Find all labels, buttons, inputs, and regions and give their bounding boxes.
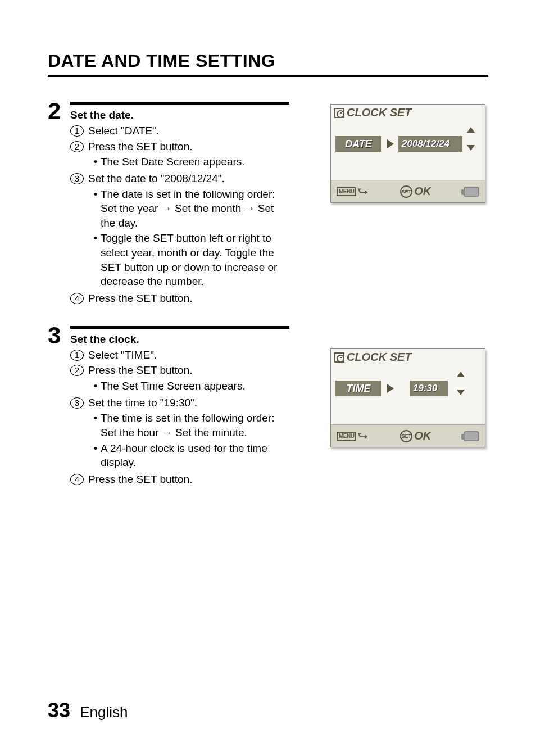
screen-time: CLOCK SET TIME 19:30 MENU ⮐ SET OK: [330, 348, 485, 447]
set-label: SET: [400, 430, 412, 442]
page-number: 33: [48, 699, 70, 722]
substep-text: Select "TIME".: [88, 348, 289, 363]
circ-4: 4: [70, 474, 84, 485]
up-arrow-icon: [457, 372, 465, 377]
down-arrow-icon: [457, 390, 465, 395]
substep-list: 1Select "DATE". 2 Press the SET button. …: [70, 124, 289, 306]
circ-2: 2: [70, 141, 84, 152]
screen-date: CLOCK SET DATE 2008/12/24 MENU ⮐ SET OK: [330, 104, 485, 203]
screen-title: CLOCK SET: [347, 106, 412, 119]
bullet-text: Toggle the SET button left or right to s…: [101, 231, 289, 289]
bullet-text: The Set Time Screen appears.: [101, 379, 246, 393]
step-title: Set the date.: [70, 109, 289, 121]
screen-title: CLOCK SET: [347, 351, 412, 364]
circ-1: 1: [70, 125, 84, 137]
bullet-text: A 24-hour clock is used for the time dis…: [101, 441, 289, 470]
set-label: SET: [400, 185, 412, 198]
substep-text: Set the date to "2008/12/24". •The date …: [88, 171, 289, 290]
circ-4: 4: [70, 293, 84, 304]
up-arrow-icon: [467, 127, 475, 133]
down-arrow-icon: [467, 145, 475, 151]
step-number: 3: [48, 324, 70, 347]
substep-text: Press the SET button.: [88, 472, 289, 487]
card-icon: [464, 187, 479, 197]
ok-label: OK: [414, 429, 431, 442]
menu-label: MENU: [337, 187, 356, 196]
substep-text: Select "DATE".: [88, 124, 289, 138]
menu-back-badge: MENU ⮐: [337, 185, 367, 197]
right-arrow-icon: [387, 139, 394, 148]
field-label: DATE: [335, 136, 381, 152]
page-title: DATE AND TIME SETTING: [48, 51, 488, 77]
right-arrow-icon: [387, 384, 394, 393]
menu-label: MENU: [337, 432, 356, 441]
bullet-text: The time is set in the following order: …: [101, 411, 289, 440]
circ-3: 3: [70, 397, 84, 409]
bullet-text: The date is set in the following order: …: [101, 187, 289, 230]
clock-icon: [334, 108, 344, 118]
ok-label: OK: [414, 185, 431, 198]
field-value: 2008/12/24: [398, 136, 462, 152]
return-arrow-icon: ⮐: [357, 430, 367, 442]
set-ok-badge: SET OK: [400, 185, 431, 198]
page-footer: 33 English: [48, 699, 128, 722]
field-value: 19:30: [410, 381, 448, 396]
card-icon: [464, 431, 479, 441]
circ-2: 2: [70, 365, 84, 376]
substep-text: Press the SET button.: [88, 291, 289, 306]
bullet-text: The Set Date Screen appears.: [101, 155, 245, 169]
field-label: TIME: [335, 381, 381, 396]
menu-back-badge: MENU ⮐: [337, 430, 367, 442]
step-title: Set the clock.: [70, 333, 289, 346]
circ-3: 3: [70, 173, 84, 184]
substep-text: Press the SET button. •The Set Date Scre…: [88, 139, 289, 170]
substep-list: 1Select "TIME". 2 Press the SET button. …: [70, 348, 289, 487]
page-language: English: [80, 704, 128, 721]
return-arrow-icon: ⮐: [357, 185, 367, 197]
substep-text: Set the time to "19:30". •The time is se…: [88, 396, 289, 471]
substep-text: Press the SET button. •The Set Time Scre…: [88, 363, 289, 394]
clock-icon: [334, 352, 344, 363]
circ-1: 1: [70, 350, 84, 361]
set-ok-badge: SET OK: [400, 429, 431, 442]
step-number: 2: [48, 99, 70, 123]
